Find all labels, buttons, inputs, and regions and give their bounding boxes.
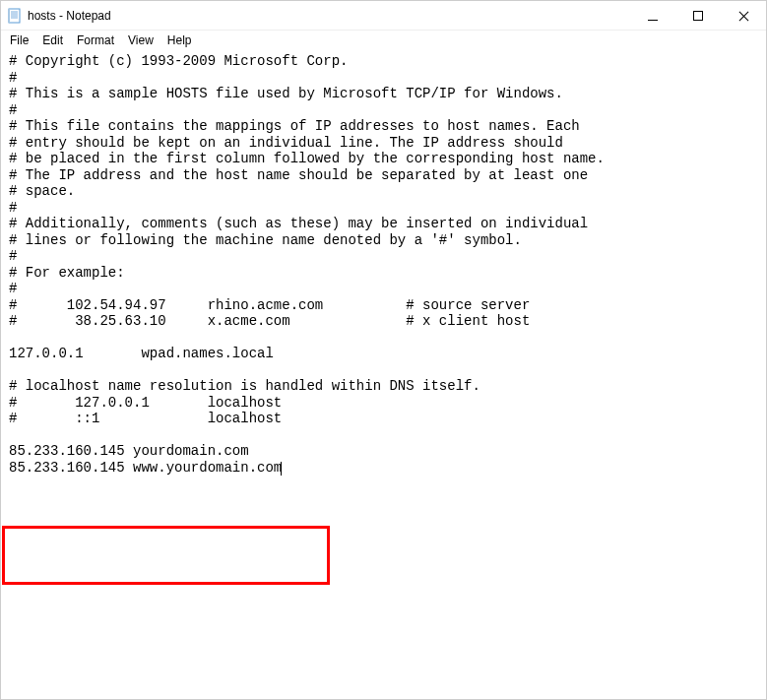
menu-format[interactable]: Format [70,32,121,48]
text-editor[interactable]: # Copyright (c) 1993-2009 Microsoft Corp… [1,49,766,699]
editor-content: # Copyright (c) 1993-2009 Microsoft Corp… [9,53,605,476]
close-icon [738,11,748,21]
close-button[interactable] [721,1,766,31]
menu-file[interactable]: File [3,32,35,48]
menu-view[interactable]: View [121,32,160,48]
maximize-icon [693,11,703,21]
svg-rect-5 [8,9,10,23]
window-title: hosts - Notepad [28,9,111,23]
notepad-icon [7,8,23,24]
menu-help[interactable]: Help [160,32,199,48]
menu-edit[interactable]: Edit [35,32,70,48]
minimize-button[interactable] [630,1,675,31]
highlight-annotation [2,526,330,585]
titlebar[interactable]: hosts - Notepad [1,1,766,31]
window-controls [630,1,766,30]
titlebar-left: hosts - Notepad [7,8,111,24]
maximize-button[interactable] [675,1,721,31]
minimize-icon [648,11,658,21]
menubar: File Edit Format View Help [1,31,766,49]
text-caret [281,462,282,476]
